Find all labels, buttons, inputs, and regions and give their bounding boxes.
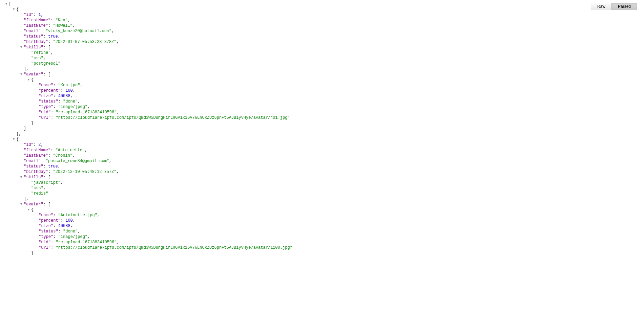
toggle-icon[interactable]: ▼	[20, 72, 23, 76]
object-open[interactable]: ▼{	[16, 137, 643, 142]
toggle-icon[interactable]: ▼	[13, 137, 16, 141]
prop-status: "status": "done",	[39, 229, 643, 234]
prop-status: "status": true,	[24, 34, 643, 39]
prop-status: "status": "done",	[39, 99, 643, 104]
prop-birthday: "birthday": "2022-12-10T05:48:12.757Z",	[24, 169, 643, 175]
skills-array: "javascript", "css", "redis"	[24, 180, 643, 196]
object-open[interactable]: ▼{	[31, 77, 643, 83]
prop-avatar[interactable]: ▼"avatar": [	[24, 72, 643, 77]
toggle-icon[interactable]: ▼	[20, 202, 23, 206]
prop-status: "status": true,	[24, 164, 643, 169]
object-body: "id": 1, "firstName": "Ken", "lastName":…	[16, 12, 643, 131]
prop-percent: "percent": 100,	[39, 218, 643, 223]
prop-url: "url": "https://cloudflare-ipfs.com/ipfs…	[39, 115, 643, 120]
parsed-button[interactable]: Parsed	[612, 3, 637, 10]
array-value: "refine",	[31, 50, 643, 55]
skills-array: "refine", "css", "postgresql"	[24, 50, 643, 66]
toggle-icon[interactable]: ▼	[28, 207, 30, 211]
view-toggle: Raw Parsed	[591, 3, 637, 10]
prop-email: "email": "pascale_rowe84@gmail.com",	[24, 158, 643, 164]
prop-name: "name": "Ken.jpg",	[39, 83, 643, 88]
prop-size: "size": 40088,	[39, 223, 643, 229]
prop-skills[interactable]: ▼"skills": [	[24, 175, 643, 180]
object-open[interactable]: ▼{	[31, 207, 643, 213]
toggle-icon[interactable]: ▼	[5, 1, 8, 5]
prop-lastName: "lastName": "Howell",	[24, 23, 643, 28]
prop-birthday: "birthday": "2022-01-07T05:53:23.378Z",	[24, 39, 643, 45]
prop-type: "type": "image/jpeg",	[39, 104, 643, 110]
prop-firstName: "firstName": "Antoinette",	[24, 148, 643, 153]
prop-uid: "uid": "rc-upload-1671883410596",	[39, 240, 643, 245]
prop-lastName: "lastName": "Cronin",	[24, 153, 643, 158]
array-value: "redis"	[31, 191, 643, 196]
array-item: ▼{ "id": 1, "firstName": "Ken", "lastNam…	[9, 7, 643, 137]
object-open[interactable]: ▼{	[16, 7, 643, 12]
raw-button[interactable]: Raw	[591, 3, 612, 10]
object-close: },	[16, 131, 643, 137]
prop-uid: "uid": "rc-upload-1671883410596",	[39, 110, 643, 115]
toggle-icon[interactable]: ▼	[20, 45, 23, 49]
json-tree-root: ▼[ ▼{ "id": 1, "firstName": "Ken", "last…	[1, 1, 643, 256]
array-value: "css",	[31, 55, 643, 61]
avatar-array: ▼{ "name": "Antoinette.jpg", "percent": …	[24, 207, 643, 256]
prop-skills[interactable]: ▼"skills": [	[24, 45, 643, 50]
object-body: "id": 2, "firstName": "Antoinette", "las…	[16, 142, 643, 256]
object-close: }	[31, 250, 643, 256]
avatar-item: "name": "Antoinette.jpg", "percent": 100…	[31, 213, 643, 250]
prop-type: "type": "image/jpeg",	[39, 234, 643, 240]
avatar-array: ▼{ "name": "Ken.jpg", "percent": 100, "s…	[24, 77, 643, 126]
toggle-icon[interactable]: ▼	[13, 7, 16, 11]
array-value: "css",	[31, 185, 643, 191]
array-close: ]	[24, 126, 643, 131]
prop-url: "url": "https://cloudflare-ipfs.com/ipfs…	[39, 245, 643, 250]
prop-percent: "percent": 100,	[39, 88, 643, 93]
array-value: "javascript",	[31, 180, 643, 185]
array-item: ▼{ "id": 2, "firstName": "Antoinette", "…	[9, 137, 643, 256]
toggle-icon[interactable]: ▼	[28, 77, 30, 81]
array-close: ],	[24, 66, 643, 72]
prop-size: "size": 40088,	[39, 93, 643, 99]
prop-name: "name": "Antoinette.jpg",	[39, 213, 643, 218]
array-close: ],	[24, 196, 643, 202]
avatar-item: "name": "Ken.jpg", "percent": 100, "size…	[31, 83, 643, 120]
prop-id: "id": 2,	[24, 142, 643, 148]
prop-id: "id": 1,	[24, 12, 643, 18]
object-close: }	[31, 120, 643, 126]
prop-avatar[interactable]: ▼"avatar": [	[24, 202, 643, 207]
array-value: "postgresql"	[31, 61, 643, 66]
prop-firstName: "firstName": "Ken",	[24, 18, 643, 23]
array-open[interactable]: ▼[	[9, 1, 643, 7]
prop-email: "email": "vicky_kunze20@hotmail.com",	[24, 28, 643, 34]
toggle-icon[interactable]: ▼	[20, 175, 23, 179]
